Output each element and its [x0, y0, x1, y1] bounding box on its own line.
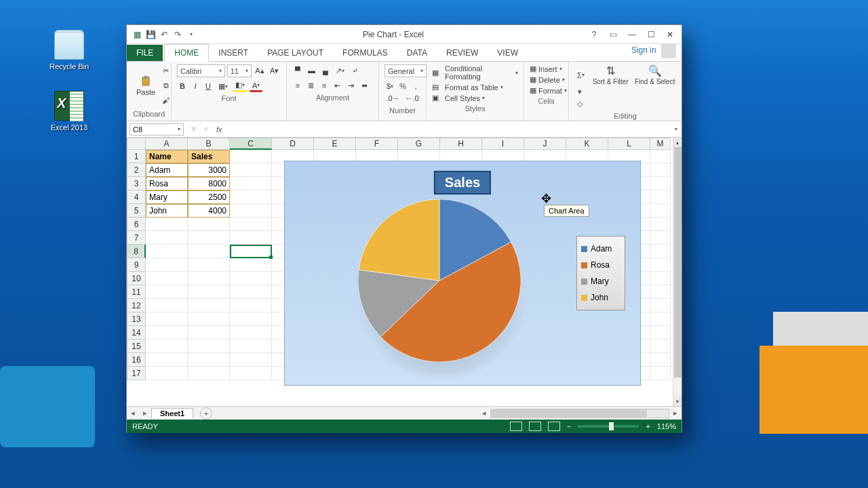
tab-data[interactable]: DATA: [397, 45, 437, 61]
excel-2013-shortcut[interactable]: Excel 2013: [47, 91, 91, 131]
cell-C14[interactable]: [230, 326, 272, 340]
align-middle-button[interactable]: ▬: [305, 64, 318, 77]
align-right-button[interactable]: ≡: [319, 79, 330, 92]
decrease-indent-button[interactable]: ⇤: [332, 79, 343, 92]
zoom-out-button[interactable]: −: [567, 422, 571, 430]
column-header-C[interactable]: C: [230, 138, 272, 150]
chart-title[interactable]: Sales: [434, 171, 491, 195]
find-select-button[interactable]: 🔍Find & Select: [633, 64, 676, 85]
sign-in-link[interactable]: Sign in: [626, 41, 682, 61]
percent-format-button[interactable]: %: [397, 80, 408, 92]
cell-C1[interactable]: [230, 150, 272, 163]
cell-A16[interactable]: [146, 353, 188, 367]
cell-A6[interactable]: [146, 218, 188, 231]
tab-insert[interactable]: INSERT: [209, 45, 258, 61]
cell-A2[interactable]: Adam: [146, 163, 188, 177]
cell-C7[interactable]: [230, 231, 272, 245]
formula-input[interactable]: [229, 125, 668, 134]
merge-center-button[interactable]: ⬌: [359, 79, 370, 92]
cell-M9[interactable]: [650, 258, 671, 272]
cell-C4[interactable]: [230, 190, 272, 204]
cell-B7[interactable]: [188, 231, 230, 245]
cell-C13[interactable]: [230, 312, 272, 326]
hscroll-left[interactable]: ◂: [478, 409, 490, 418]
row-header-13[interactable]: 13: [127, 312, 146, 326]
view-page-layout-button[interactable]: [529, 422, 541, 431]
cell-C15[interactable]: [230, 340, 272, 353]
cell-B10[interactable]: [188, 272, 230, 285]
save-button[interactable]: 💾: [144, 28, 157, 41]
bold-button[interactable]: B: [177, 80, 188, 92]
cell-B3[interactable]: 8000: [188, 177, 230, 190]
cell-B15[interactable]: [188, 340, 230, 353]
row-header-16[interactable]: 16: [127, 353, 146, 367]
cell-C16[interactable]: [230, 353, 272, 367]
cell-styles-button[interactable]: ▣ Cell Styles▾: [432, 94, 518, 102]
orientation-button[interactable]: ↗▾: [333, 64, 347, 77]
wrap-text-button[interactable]: ⤶: [349, 64, 361, 77]
cell-A10[interactable]: [146, 272, 188, 285]
ribbon-display-options[interactable]: ▭: [604, 28, 622, 41]
cell-B12[interactable]: [188, 299, 230, 312]
cell-B14[interactable]: [188, 326, 230, 340]
cell-M12[interactable]: [650, 299, 671, 312]
column-header-M[interactable]: M: [650, 138, 671, 150]
cell-C17[interactable]: [230, 367, 272, 380]
cell-A1[interactable]: Name: [146, 150, 188, 163]
cell-M10[interactable]: [650, 272, 671, 285]
column-header-G[interactable]: G: [398, 138, 440, 150]
cell-M7[interactable]: [650, 231, 671, 245]
chart-legend[interactable]: AdamRosaMaryJohn: [576, 236, 625, 310]
cell-B11[interactable]: [188, 285, 230, 299]
column-header-E[interactable]: E: [314, 138, 356, 150]
column-header-A[interactable]: A: [146, 138, 188, 150]
number-format-combo[interactable]: General▾: [384, 64, 427, 77]
pie-slice-john[interactable]: [359, 199, 439, 281]
tab-view[interactable]: VIEW: [488, 45, 528, 61]
cell-A3[interactable]: Rosa: [146, 177, 188, 190]
view-page-break-button[interactable]: [548, 422, 560, 431]
row-header-2[interactable]: 2: [127, 163, 146, 177]
cell-A12[interactable]: [146, 299, 188, 312]
align-left-button[interactable]: ≡: [292, 79, 303, 92]
row-header-10[interactable]: 10: [127, 272, 146, 285]
underline-button[interactable]: U: [203, 80, 214, 92]
close-button[interactable]: ✕: [661, 28, 679, 41]
cell-B13[interactable]: [188, 312, 230, 326]
excel-app-icon[interactable]: ▦: [131, 28, 143, 41]
cell-M1[interactable]: [650, 150, 671, 163]
cell-B1[interactable]: Sales: [188, 150, 230, 163]
cell-M4[interactable]: [650, 190, 671, 204]
view-normal-button[interactable]: [510, 422, 522, 431]
column-header-D[interactable]: D: [272, 138, 314, 150]
row-header-15[interactable]: 15: [127, 340, 146, 353]
cell-A13[interactable]: [146, 312, 188, 326]
cell-B17[interactable]: [188, 367, 230, 380]
expand-formula-bar[interactable]: ▾: [675, 126, 677, 132]
cell-B9[interactable]: [188, 258, 230, 272]
column-header-H[interactable]: H: [440, 138, 482, 150]
tab-page-layout[interactable]: PAGE LAYOUT: [258, 45, 333, 61]
legend-item-adam[interactable]: Adam: [580, 241, 622, 257]
cell-A8[interactable]: [146, 245, 188, 258]
name-box[interactable]: C8▾: [130, 123, 184, 136]
cell-C2[interactable]: [230, 163, 272, 177]
cell-B2[interactable]: 3000: [188, 163, 230, 177]
new-sheet-button[interactable]: +: [200, 407, 212, 420]
increase-font-button[interactable]: A▴: [254, 65, 267, 77]
insert-cells-button[interactable]: ▦ Insert ▾: [530, 64, 563, 73]
cell-M13[interactable]: [650, 312, 671, 326]
sheet-nav-prev[interactable]: ◂: [127, 409, 139, 418]
cell-A17[interactable]: [146, 367, 188, 380]
row-header-17[interactable]: 17: [127, 367, 146, 380]
format-painter-button[interactable]: 🖌: [159, 94, 172, 106]
cell-A4[interactable]: Mary: [146, 190, 188, 204]
row-header-4[interactable]: 4: [127, 190, 146, 204]
cell-A14[interactable]: [146, 326, 188, 340]
cell-M2[interactable]: [650, 163, 671, 177]
hscroll-thumb[interactable]: [491, 409, 647, 418]
border-button[interactable]: ▦▾: [216, 80, 231, 92]
legend-item-john[interactable]: John: [580, 289, 622, 306]
maximize-button[interactable]: ☐: [642, 28, 660, 41]
scroll-up-button[interactable]: ▴: [673, 138, 682, 147]
